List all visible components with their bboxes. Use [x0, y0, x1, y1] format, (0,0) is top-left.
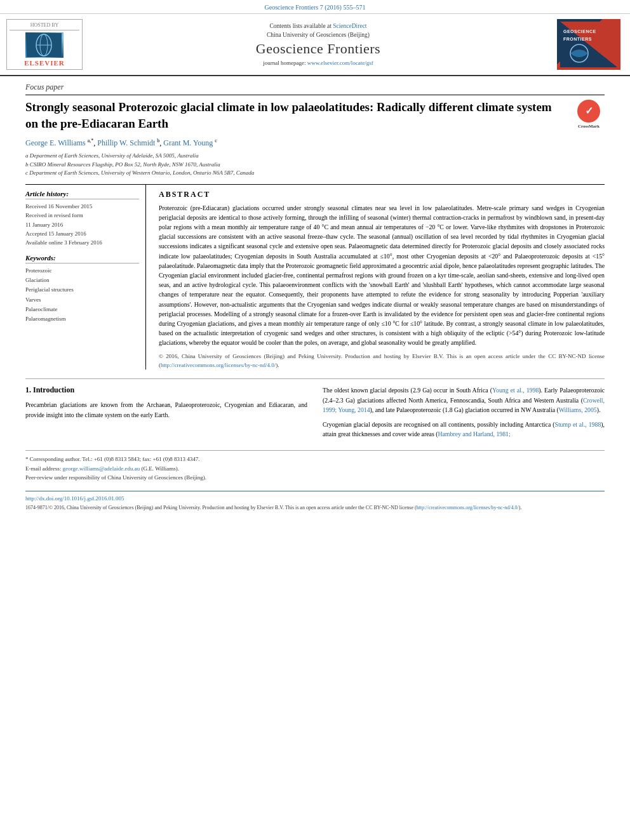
top-citation-bar: Geoscience Frontiers 7 (2016) 555–571 — [0, 0, 630, 14]
affiliations: a Department of Earth Sciences, Universi… — [25, 152, 605, 178]
author-schmidt[interactable]: Phillip W. Schmidt — [97, 138, 155, 147]
crossmark-label: CrossMark — [578, 124, 600, 130]
abstract-copyright: © 2016, China University of Geosciences … — [159, 352, 605, 370]
hosted-by-label: HOSTED BY — [10, 22, 79, 30]
elsevier-logo-image — [25, 32, 64, 58]
accepted-date: Accepted 15 January 2016 — [25, 229, 139, 238]
sciencedirect-link[interactable]: ScienceDirect — [333, 23, 366, 29]
keywords-list: Proterozoic Glaciation Periglacial struc… — [25, 266, 139, 324]
homepage-link[interactable]: www.elsevier.com/locate/gsf — [307, 60, 373, 66]
affil-sup-c: c — [215, 138, 217, 143]
article-history: Received 16 November 2015 Received in re… — [25, 202, 139, 248]
received-date: Received 16 November 2015 — [25, 202, 139, 211]
available-online: Available online 3 February 2016 — [25, 238, 139, 247]
main-content: Focus paper Strongly seasonal Proterozoi… — [0, 76, 630, 524]
abstract-heading: ABSTRACT — [159, 190, 605, 199]
affil-sup-a: a,* — [88, 138, 94, 143]
journal-logo-box: GEOSCIENCE FRONTIERS — [557, 19, 620, 70]
footer-cc-link[interactable]: http://creativecommons.org/licenses/by-n… — [417, 505, 519, 510]
intro-para-3: Cryogenian glacial deposits are recognis… — [323, 420, 605, 439]
affil-a: a Department of Earth Sciences, Universi… — [25, 152, 605, 161]
revised-date: 11 January 2016 — [25, 220, 139, 229]
keyword-4: Varves — [25, 295, 139, 305]
keyword-5: Palaeoclimate — [25, 305, 139, 314]
cc-license-link[interactable]: http://creativecommons.org/licenses/by-n… — [161, 362, 276, 368]
keywords-heading: Keywords: — [25, 254, 139, 263]
abstract-col: ABSTRACT Proterozoic (pre-Ediacaran) gla… — [159, 185, 605, 370]
article-info-col: Article history: Received 16 November 20… — [25, 185, 146, 370]
elsevier-logo: ELSEVIER — [24, 32, 65, 67]
article-info-abstract-block: Article history: Received 16 November 20… — [25, 184, 605, 370]
ref-young-1998[interactable]: Young et al., 1998 — [492, 387, 539, 394]
intro-heading: 1. Introduction — [25, 385, 307, 395]
ref-hambrey-harland[interactable]: Hambrey and Harland, 1981; — [438, 430, 510, 437]
journal-homepage-line: journal homepage: www.elsevier.com/locat… — [263, 60, 373, 66]
email-footnote: E-mail address: george.williams@adelaide… — [25, 464, 605, 473]
ref-stump-1988[interactable]: Stump et al., 1988 — [554, 421, 601, 428]
contents-line: Contents lists available at ScienceDirec… — [269, 23, 366, 29]
author-young[interactable]: Grant M. Young — [163, 138, 213, 147]
intro-body-right: The oldest known glacial deposits (2.9 G… — [323, 385, 605, 439]
crossmark-badge[interactable]: ✓ CrossMark — [573, 99, 605, 131]
svg-text:GEOSCIENCE: GEOSCIENCE — [563, 29, 596, 34]
elsevier-text: ELSEVIER — [24, 59, 65, 67]
authors-line: George E. Williams a,*, Phillip W. Schmi… — [25, 138, 605, 148]
doi-link[interactable]: http://dx.doi.org/10.1016/j.gsf.2016.01.… — [25, 495, 124, 502]
received-revised-label: Received in revised form — [25, 211, 139, 220]
peer-review-footnote: Peer-review under responsibility of Chin… — [25, 473, 605, 482]
footer-doi-bar: http://dx.doi.org/10.1016/j.gsf.2016.01.… — [25, 491, 605, 502]
email-link[interactable]: george.williams@adelaide.edu.au — [62, 465, 140, 472]
abstract-text: Proterozoic (pre-Ediacaran) glaciations … — [159, 203, 605, 370]
intro-para-1: Precambrian glaciations are known from t… — [25, 400, 307, 419]
keyword-2: Glaciation — [25, 276, 139, 285]
article-title: Strongly seasonal Proterozoic glacial cl… — [25, 99, 605, 131]
journal-citation: Geoscience Frontiers 7 (2016) 555–571 — [265, 4, 366, 11]
author-williams[interactable]: George E. Williams — [25, 138, 86, 147]
journal-title: Geoscience Frontiers — [256, 41, 380, 57]
intro-col-right: The oldest known glacial deposits (2.9 G… — [323, 385, 605, 444]
affil-c: c Department of Earth Sciences, Universi… — [25, 169, 605, 178]
intro-col-left: 1. Introduction Precambrian glaciations … — [25, 385, 307, 444]
intro-para-2: The oldest known glacial deposits (2.9 G… — [323, 385, 605, 415]
focus-paper-label: Focus paper — [25, 83, 605, 95]
abstract-paragraph-1: Proterozoic (pre-Ediacaran) glaciations … — [159, 203, 605, 348]
china-univ-line: China University of Geosciences (Beijing… — [267, 32, 370, 38]
journal-header-right: GEOSCIENCE FRONTIERS — [554, 19, 624, 70]
keyword-6: Palaeomagnetism — [25, 314, 139, 324]
introduction-section: 1. Introduction Precambrian glaciations … — [25, 385, 605, 444]
journal-header-center: Contents lists available at ScienceDirec… — [89, 19, 547, 70]
article-history-heading: Article history: — [25, 190, 139, 199]
keywords-section: Keywords: Proterozoic Glaciation Perigla… — [25, 254, 139, 324]
ref-williams-2005[interactable]: Williams, 2005 — [559, 406, 597, 413]
footer-copyright: 1674-9871/© 2016, China University of Ge… — [25, 504, 605, 512]
keyword-1: Proterozoic — [25, 266, 139, 276]
affil-sup-b: b — [157, 138, 159, 143]
journal-header: HOSTED BY ELSEVIER Contents lists availa… — [0, 14, 630, 76]
intro-body-left: Precambrian glaciations are known from t… — [25, 400, 307, 419]
corresponding-footnote: * Corresponding author. Tel.: +61 (0)8 8… — [25, 455, 605, 463]
svg-text:FRONTIERS: FRONTIERS — [563, 37, 592, 41]
footnote-section: * Corresponding author. Tel.: +61 (0)8 8… — [25, 450, 605, 482]
crossmark-icon: ✓ — [577, 100, 600, 123]
section-divider — [25, 378, 605, 379]
keyword-3: Periglacial structures — [25, 285, 139, 295]
affil-b: b CSIRO Mineral Resources Flagship, PO B… — [25, 161, 605, 170]
elsevier-hosted-block: HOSTED BY ELSEVIER — [6, 19, 83, 70]
